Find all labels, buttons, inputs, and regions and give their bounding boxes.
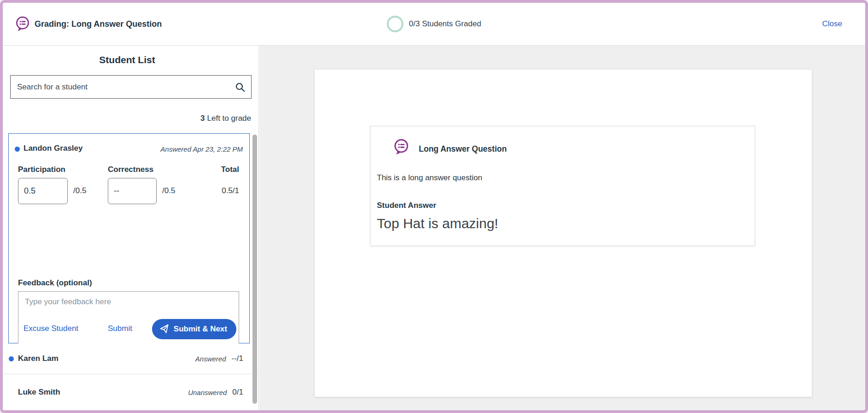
- student-status: Answered: [195, 355, 226, 363]
- student-answer-text: Top Hat is amazing!: [377, 216, 498, 231]
- header-left-group: Grading: Long Answer Question: [15, 16, 162, 32]
- student-name: Luke Smith: [18, 388, 60, 397]
- student-search-input[interactable]: [11, 83, 235, 92]
- correctness-label: Correctness: [108, 165, 153, 174]
- left-to-grade-count: 3: [200, 114, 205, 123]
- student-list-sidebar: Student List 3Left to grade Landon Grasl…: [3, 46, 259, 410]
- question-type-bubble-icon: [393, 138, 409, 156]
- submit-button[interactable]: Submit: [108, 324, 132, 333]
- question-type-bubble-icon: [15, 16, 30, 32]
- student-answer-label: Student Answer: [377, 201, 436, 210]
- feedback-label: Feedback (optional): [18, 278, 92, 288]
- main-content-area: Long Answer Question This is a long answ…: [259, 46, 865, 410]
- participation-max: /0.5: [73, 186, 86, 195]
- page-title: Grading: Long Answer Question: [35, 19, 162, 29]
- participation-input[interactable]: [18, 178, 68, 204]
- total-value: 0.5/1: [222, 186, 239, 195]
- progress-ring-icon: [387, 16, 404, 32]
- student-list-title: Student List: [3, 54, 252, 65]
- grading-progress: 0/3 Students Graded: [387, 3, 481, 45]
- selected-student-card[interactable]: Landon Grasley Answered Apr 23, 2:22 PM …: [8, 133, 250, 343]
- question-card: Long Answer Question This is a long answ…: [370, 126, 755, 246]
- grading-actions: Excuse Student Submit Submit & Next: [9, 319, 249, 339]
- paper-plane-icon: [158, 324, 170, 335]
- sidebar-scrollbar[interactable]: [252, 135, 257, 404]
- left-to-grade-counter: 3Left to grade: [200, 114, 251, 123]
- participation-label: Participation: [18, 165, 65, 174]
- answered-timestamp: Answered Apr 23, 2:22 PM: [160, 145, 243, 153]
- student-name: Karen Lam: [18, 354, 59, 363]
- student-score: --/1: [232, 354, 244, 363]
- left-to-grade-label: Left to grade: [207, 114, 251, 123]
- student-search-box: [10, 75, 252, 99]
- student-status: Unanswered: [188, 389, 227, 396]
- student-row-right: Answered --/1: [195, 354, 243, 363]
- answered-dot-icon: [15, 147, 20, 152]
- excuse-student-button[interactable]: Excuse Student: [23, 324, 78, 333]
- submit-and-next-label: Submit & Next: [174, 324, 227, 334]
- progress-label: 0/3 Students Graded: [409, 19, 481, 29]
- student-row-right: Unanswered 0/1: [188, 388, 243, 397]
- grading-window: Grading: Long Answer Question 0/3 Studen…: [0, 0, 868, 413]
- student-row-karen-lam[interactable]: Karen Lam Answered --/1: [3, 343, 258, 374]
- close-button[interactable]: Close: [822, 19, 842, 29]
- student-row-luke-smith[interactable]: Luke Smith Unanswered 0/1: [3, 374, 258, 410]
- correctness-input[interactable]: [108, 178, 157, 204]
- student-name: Landon Grasley: [23, 144, 82, 153]
- question-title: Long Answer Question: [419, 144, 507, 154]
- question-panel: Long Answer Question This is a long answ…: [315, 70, 812, 397]
- total-label: Total: [221, 165, 239, 174]
- correctness-max: /0.5: [162, 186, 175, 195]
- submit-and-next-button[interactable]: Submit & Next: [152, 319, 236, 339]
- answered-dot-icon: [9, 356, 14, 361]
- question-text: This is a long answer question: [377, 173, 482, 183]
- student-score: 0/1: [232, 388, 243, 397]
- search-icon[interactable]: [235, 82, 246, 93]
- header-bar: Grading: Long Answer Question 0/3 Studen…: [3, 3, 865, 46]
